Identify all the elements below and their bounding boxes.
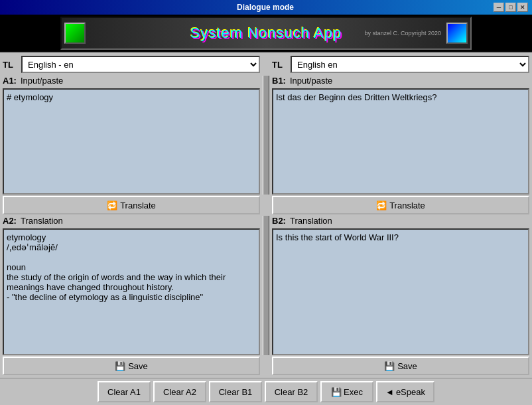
left-input-panel: A1: Input/paste # etymology [3,76,260,195]
right-tl-panel: TL English en German - de French - fr Sp… [272,56,529,74]
translate-gap [263,196,269,214]
exec-icon: 💾 [331,387,342,397]
right-translate-button[interactable]: 🔁 Translate [272,196,529,214]
divider-vertical [263,76,269,195]
left-tl-panel: TL English - en German - de French - fr … [3,56,260,74]
right-output-sublabel: Translation [290,216,332,226]
clear-b2-label: Clear B2 [275,387,308,397]
right-save-panel: 💾 Save [272,357,529,375]
save-gap [263,357,269,375]
left-translate-button[interactable]: 🔁 Translate [3,196,260,214]
exec-button[interactable]: 💾 Exec [320,381,373,402]
banner-inner: System Nonsuch App by stanzel C. Copyrig… [60,17,472,50]
right-translate-panel: 🔁 Translate [272,196,529,214]
close-button[interactable]: ✕ [517,3,528,12]
left-output-header: A2: Translation [3,216,260,226]
left-output-panel: A2: Translation etymology /ˌedəˈmäləjē/ … [3,216,260,355]
right-input-header: B1: Input/paste [272,76,529,86]
left-input-label: A1: [3,76,17,86]
espeak-label: eSpeak [396,387,425,397]
left-input-header: A1: Input/paste [3,76,260,86]
left-input-textarea[interactable]: # etymology [3,88,260,195]
clear-b1-button[interactable]: Clear B1 [209,381,262,402]
clear-a2-button[interactable]: Clear A2 [153,381,206,402]
left-translate-panel: 🔁 Translate [3,196,260,214]
save-row: 💾 Save 💾 Save [3,357,529,375]
left-translate-label: Translate [120,201,156,210]
left-save-icon: 💾 [115,361,125,371]
espeak-icon: ◄ [385,387,394,397]
right-output-textarea[interactable]: Is this the start of World War III? [272,228,529,355]
right-input-textarea[interactable]: Ist das der Beginn des Dritten Weltkrieg… [272,88,529,195]
right-output-panel: B2: Translation Is this the start of Wor… [272,216,529,355]
banner: System Nonsuch App by stanzel C. Copyrig… [0,15,532,53]
left-save-label: Save [128,361,148,371]
right-tl-label: TL [272,60,288,70]
main-area: TL English - en German - de French - fr … [0,53,532,378]
left-tl-row: TL English - en German - de French - fr … [3,56,260,73]
divider-vertical-2 [263,216,269,355]
left-output-textarea[interactable]: etymology /ˌedəˈmäləjē/ noun the study o… [3,228,260,355]
left-save-panel: 💾 Save [3,357,260,375]
translate-row: 🔁 Translate 🔁 Translate [3,196,529,214]
window-title: Dialogue mode [37,3,494,12]
title-bar: Dialogue mode ─ □ ✕ [0,0,532,15]
left-output-sublabel: Translation [21,216,63,226]
espeak-button[interactable]: ◄ eSpeak [376,381,434,402]
right-output-header: B2: Translation [272,216,529,226]
left-tl-select[interactable]: English - en German - de French - fr Spa… [21,56,260,73]
banner-right-graphic [446,23,468,44]
left-translate-icon: 🔁 [107,201,117,210]
window-controls[interactable]: ─ □ ✕ [494,3,528,12]
right-output-label: B2: [272,216,286,226]
clear-a1-button[interactable]: Clear A1 [98,381,151,402]
right-save-button[interactable]: 💾 Save [272,357,529,375]
right-input-label: B1: [272,76,286,86]
output-row: A2: Translation etymology /ˌedəˈmäləjē/ … [3,216,529,355]
panel-gap [263,56,269,74]
banner-text: System Nonsuch App [190,25,342,42]
right-save-label: Save [397,361,417,371]
input-row: A1: Input/paste # etymology B1: Input/pa… [3,76,529,195]
minimize-button[interactable]: ─ [494,3,504,12]
right-input-sublabel: Input/paste [290,76,332,86]
maximize-button[interactable]: □ [505,3,516,12]
tl-row: TL English - en German - de French - fr … [3,56,529,74]
clear-b1-label: Clear B1 [219,387,253,397]
right-save-icon: 💾 [384,361,395,371]
right-translate-label: Translate [389,201,425,210]
banner-left-graphic [64,23,86,44]
bottom-bar: Clear A1 Clear A2 Clear B1 Clear B2 💾 Ex… [0,378,532,405]
right-tl-select[interactable]: English en German - de French - fr Spani… [291,56,529,73]
clear-b2-button[interactable]: Clear B2 [265,381,318,402]
exec-label: Exec [344,387,363,397]
left-tl-label: TL [3,60,19,70]
left-output-label: A2: [3,216,17,226]
clear-a2-label: Clear A2 [163,387,196,397]
banner-copyright: by stanzel C. Copyright 2020 [364,30,441,37]
left-input-sublabel: Input/paste [21,76,63,86]
right-translate-icon: 🔁 [376,201,387,210]
right-input-panel: B1: Input/paste Ist das der Beginn des D… [272,76,529,195]
left-save-button[interactable]: 💾 Save [3,357,260,375]
right-tl-row: TL English en German - de French - fr Sp… [272,56,529,73]
clear-a1-label: Clear A1 [107,387,141,397]
